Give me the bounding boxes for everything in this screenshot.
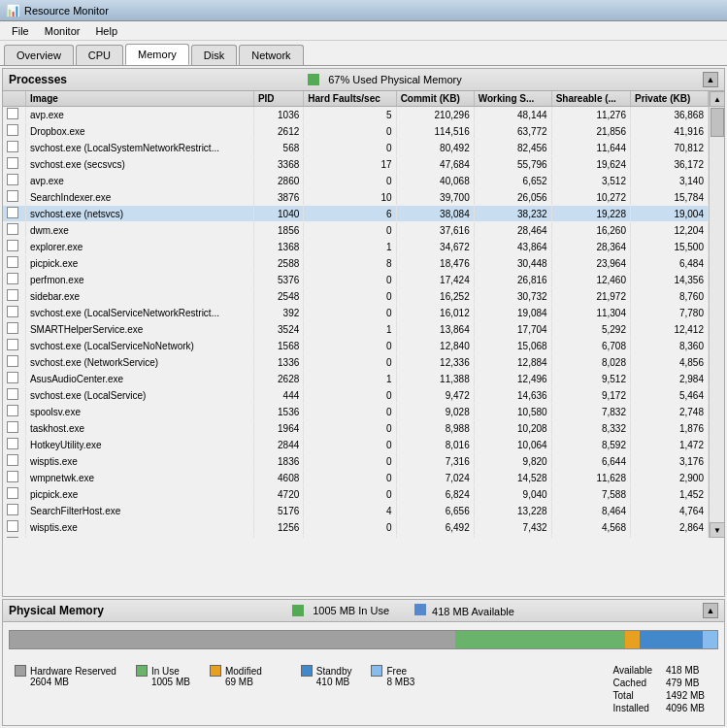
table-row[interactable]: svchost.exe (LocalServiceNoNetwork) 1568… — [3, 338, 709, 354]
row-checkbox[interactable] — [3, 387, 25, 404]
row-checkbox[interactable] — [3, 107, 25, 123]
row-image: picpick.exe — [25, 486, 253, 503]
menu-monitor[interactable]: Monitor — [37, 23, 88, 39]
table-row[interactable]: picpick.exe 2588 8 18,476 30,448 23,964 … — [3, 255, 709, 272]
row-checkbox[interactable] — [3, 222, 25, 239]
row-checkbox[interactable] — [3, 453, 25, 470]
scrollbar-thumb[interactable] — [710, 108, 724, 137]
processes-collapse-btn[interactable]: ▲ — [703, 72, 718, 87]
table-row[interactable]: wisptis.exe 1256 0 6,492 7,432 4,568 2,8… — [3, 519, 709, 536]
row-commit: 9,472 — [396, 387, 474, 404]
row-checkbox[interactable] — [3, 321, 25, 338]
table-row[interactable]: picpick.exe 4720 0 6,824 9,040 7,588 1,4… — [3, 486, 709, 503]
row-checkbox[interactable] — [3, 338, 25, 354]
row-priv: 15,500 — [631, 239, 709, 255]
row-checkbox[interactable] — [3, 437, 25, 453]
row-checkbox[interactable] — [3, 272, 25, 288]
table-row[interactable]: svchost.exe (netsvcs) 1040 6 38,084 38,2… — [3, 206, 709, 222]
table-row[interactable]: HotkeyUtility.exe 2844 0 8,016 10,064 8,… — [3, 437, 709, 453]
table-row[interactable]: SMARTHelperService.exe 3524 1 13,864 17,… — [3, 321, 709, 338]
physical-collapse-btn[interactable]: ▲ — [703, 603, 718, 618]
row-checkbox[interactable] — [3, 503, 25, 519]
row-checkbox[interactable] — [3, 371, 25, 387]
row-image: HotkeyUtility.exe — [25, 437, 253, 453]
table-row[interactable]: sidebar.exe 2548 0 16,252 30,732 21,972 … — [3, 288, 709, 305]
stats-cached-row: Cached 479 MB — [608, 678, 710, 688]
row-share: 6,644 — [551, 453, 630, 470]
row-checkbox[interactable] — [3, 354, 25, 371]
row-priv: 5,464 — [631, 387, 709, 404]
row-checkbox[interactable] — [3, 536, 25, 539]
table-row[interactable]: avp.exe 1036 5 210,296 48,144 11,276 36,… — [3, 107, 709, 123]
physical-memory-section: Physical Memory 1005 MB In Use 418 MB Av… — [2, 599, 725, 726]
row-checkbox[interactable] — [3, 206, 25, 222]
row-checkbox[interactable] — [3, 486, 25, 503]
tab-overview[interactable]: Overview — [4, 45, 74, 65]
table-row[interactable]: spoolsv.exe 1536 0 9,028 10,580 7,832 2,… — [3, 404, 709, 420]
row-checkbox[interactable] — [3, 519, 25, 536]
table-row[interactable]: taskhost.exe 1964 0 8,988 10,208 8,332 1… — [3, 420, 709, 437]
row-priv: 3,176 — [631, 453, 709, 470]
legend-standby-text: Standby — [316, 666, 352, 677]
col-hardfaults[interactable]: Hard Faults/sec — [304, 91, 396, 107]
process-scrollbar[interactable]: ▲ ▼ — [709, 91, 724, 538]
row-checkbox[interactable] — [3, 420, 25, 437]
scrollbar-up-btn[interactable]: ▲ — [710, 91, 725, 107]
col-commit[interactable]: Commit (KB) — [396, 91, 474, 107]
table-row[interactable]: wmpnetwk.exe 4608 0 7,024 14,528 11,628 … — [3, 470, 709, 486]
row-share: 4,568 — [551, 519, 630, 536]
row-pid: 1964 — [253, 420, 303, 437]
table-row[interactable]: svchost.exe (LocalSystemNetworkRestrict.… — [3, 140, 709, 156]
table-row[interactable]: SearchIndexer.exe 3876 10 39,700 26,056 … — [3, 189, 709, 206]
scrollbar-down-btn[interactable]: ▼ — [710, 522, 725, 538]
row-checkbox[interactable] — [3, 305, 25, 321]
row-checkbox[interactable] — [3, 156, 25, 173]
row-checkbox[interactable] — [3, 173, 25, 189]
row-checkbox[interactable] — [3, 123, 25, 140]
tab-network[interactable]: Network — [239, 45, 303, 65]
row-hf: 0 — [304, 222, 396, 239]
row-checkbox[interactable] — [3, 255, 25, 272]
col-private[interactable]: Private (KB) — [631, 91, 709, 107]
scrollbar-track[interactable] — [710, 107, 724, 522]
table-row[interactable]: wisptis.exe 1836 0 7,316 9,820 6,644 3,1… — [3, 453, 709, 470]
row-ws: 43,864 — [474, 239, 551, 255]
col-shareable[interactable]: Shareable (... — [551, 91, 630, 107]
table-row[interactable]: svchost.exe (LocalServicePeerNet) 5016 0… — [3, 536, 709, 539]
table-row[interactable]: explorer.exe 1368 1 34,672 43,864 28,364… — [3, 239, 709, 255]
table-row[interactable]: Dropbox.exe 2612 0 114,516 63,772 21,856… — [3, 123, 709, 140]
table-row[interactable]: svchost.exe (NetworkService) 1336 0 12,3… — [3, 354, 709, 371]
tab-memory[interactable]: Memory — [125, 44, 189, 65]
table-row[interactable]: svchost.exe (LocalServiceNetworkRestrict… — [3, 305, 709, 321]
mem-stats: Available 418 MB Cached 479 MB Total 149… — [600, 661, 718, 721]
row-checkbox[interactable] — [3, 239, 25, 255]
table-row[interactable]: SearchFilterHost.exe 5176 4 6,656 13,228… — [3, 503, 709, 519]
col-image[interactable]: Image — [25, 91, 253, 107]
row-checkbox[interactable] — [3, 404, 25, 420]
row-priv: 7,780 — [631, 305, 709, 321]
col-pid[interactable]: PID — [253, 91, 303, 107]
table-row[interactable]: svchost.exe (LocalService) 444 0 9,472 1… — [3, 387, 709, 404]
row-hf: 0 — [304, 420, 396, 437]
row-commit: 16,252 — [396, 288, 474, 305]
row-priv: 1,876 — [631, 420, 709, 437]
row-image: SearchFilterHost.exe — [25, 503, 253, 519]
row-checkbox[interactable] — [3, 288, 25, 305]
legend-free-box — [371, 665, 382, 677]
menu-file[interactable]: File — [4, 23, 37, 39]
menu-help[interactable]: Help — [87, 23, 125, 39]
row-checkbox[interactable] — [3, 189, 25, 206]
row-checkbox[interactable] — [3, 470, 25, 486]
stats-total-label: Total — [608, 690, 658, 701]
table-row[interactable]: avp.exe 2860 0 40,068 6,652 3,512 3,140 — [3, 173, 709, 189]
row-pid: 1040 — [253, 206, 303, 222]
tab-cpu[interactable]: CPU — [76, 45, 123, 65]
table-row[interactable]: perfmon.exe 5376 0 17,424 26,816 12,460 … — [3, 272, 709, 288]
tab-disk[interactable]: Disk — [191, 45, 237, 65]
col-workingset[interactable]: Working S... — [474, 91, 551, 107]
table-row[interactable]: AsusAudioCenter.exe 2628 1 11,388 12,496… — [3, 371, 709, 387]
row-image: svchost.exe (LocalServiceNetworkRestrict… — [25, 305, 253, 321]
table-row[interactable]: dwm.exe 1856 0 37,616 28,464 16,260 12,2… — [3, 222, 709, 239]
table-row[interactable]: svchost.exe (secsvcs) 3368 17 47,684 55,… — [3, 156, 709, 173]
row-checkbox[interactable] — [3, 140, 25, 156]
